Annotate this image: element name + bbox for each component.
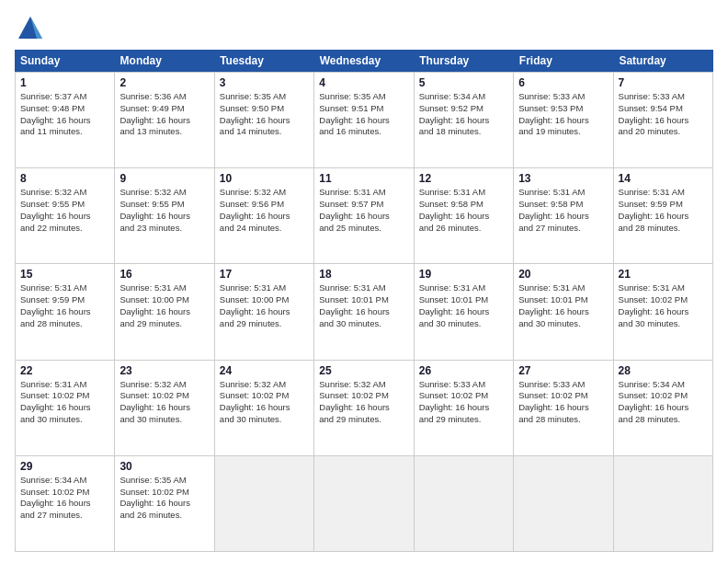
weekday-header: Thursday — [414, 50, 514, 72]
day-info: Sunrise: 5:32 AM Sunset: 10:02 PM Daylig… — [119, 379, 209, 426]
calendar-row: 22Sunrise: 5:31 AM Sunset: 10:02 PM Dayl… — [15, 360, 713, 455]
calendar-body: 1Sunrise: 5:37 AM Sunset: 9:48 PM Daylig… — [15, 72, 713, 552]
calendar-row: 8Sunrise: 5:32 AM Sunset: 9:55 PM Daylig… — [15, 167, 713, 263]
calendar-cell: 21Sunrise: 5:31 AM Sunset: 10:02 PM Dayl… — [614, 264, 713, 359]
calendar-cell — [614, 456, 713, 551]
calendar-cell: 28Sunrise: 5:34 AM Sunset: 10:02 PM Dayl… — [614, 361, 713, 455]
day-info: Sunrise: 5:36 AM Sunset: 9:49 PM Dayligh… — [119, 91, 209, 138]
day-info: Sunrise: 5:31 AM Sunset: 10:00 PM Daylig… — [220, 282, 309, 329]
logo-icon — [15, 11, 46, 42]
day-number: 1 — [20, 76, 109, 89]
day-number: 13 — [518, 172, 608, 185]
day-number: 15 — [20, 268, 109, 281]
calendar-header: SundayMondayTuesdayWednesdayThursdayFrid… — [15, 50, 713, 72]
day-number: 23 — [119, 364, 209, 377]
weekday-header: Wednesday — [314, 50, 415, 72]
day-number: 14 — [619, 172, 708, 185]
calendar-cell: 27Sunrise: 5:33 AM Sunset: 10:02 PM Dayl… — [514, 361, 613, 455]
day-number: 16 — [119, 268, 209, 281]
day-info: Sunrise: 5:32 AM Sunset: 9:55 PM Dayligh… — [20, 187, 109, 234]
weekday-header: Friday — [514, 50, 614, 72]
header — [15, 11, 713, 42]
day-info: Sunrise: 5:31 AM Sunset: 10:01 PM Daylig… — [319, 282, 408, 329]
day-number: 25 — [319, 364, 408, 377]
calendar-cell: 25Sunrise: 5:32 AM Sunset: 10:02 PM Dayl… — [314, 361, 414, 455]
calendar-cell: 7Sunrise: 5:33 AM Sunset: 9:54 PM Daylig… — [614, 73, 713, 167]
day-number: 8 — [20, 172, 109, 185]
day-number: 28 — [619, 364, 708, 377]
calendar-cell: 1Sunrise: 5:37 AM Sunset: 9:48 PM Daylig… — [16, 73, 115, 167]
page: SundayMondayTuesdayWednesdayThursdayFrid… — [0, 0, 728, 563]
day-number: 5 — [419, 76, 508, 89]
day-number: 20 — [518, 268, 608, 281]
calendar-cell: 6Sunrise: 5:33 AM Sunset: 9:53 PM Daylig… — [514, 73, 613, 167]
calendar-cell: 23Sunrise: 5:32 AM Sunset: 10:02 PM Dayl… — [115, 361, 214, 455]
calendar-cell: 29Sunrise: 5:34 AM Sunset: 10:02 PM Dayl… — [16, 456, 115, 551]
day-info: Sunrise: 5:34 AM Sunset: 10:02 PM Daylig… — [619, 379, 708, 426]
calendar-cell: 16Sunrise: 5:31 AM Sunset: 10:00 PM Dayl… — [115, 264, 214, 359]
day-info: Sunrise: 5:31 AM Sunset: 9:59 PM Dayligh… — [20, 282, 109, 329]
day-number: 22 — [20, 364, 109, 377]
day-info: Sunrise: 5:31 AM Sunset: 9:58 PM Dayligh… — [518, 187, 608, 234]
calendar-cell: 5Sunrise: 5:34 AM Sunset: 9:52 PM Daylig… — [415, 73, 514, 167]
day-info: Sunrise: 5:31 AM Sunset: 10:02 PM Daylig… — [619, 282, 708, 329]
calendar-cell: 22Sunrise: 5:31 AM Sunset: 10:02 PM Dayl… — [16, 361, 115, 455]
day-info: Sunrise: 5:33 AM Sunset: 10:02 PM Daylig… — [518, 379, 608, 426]
day-number: 21 — [619, 268, 708, 281]
calendar-cell: 9Sunrise: 5:32 AM Sunset: 9:55 PM Daylig… — [115, 168, 214, 263]
calendar-cell — [314, 456, 414, 551]
calendar-cell: 19Sunrise: 5:31 AM Sunset: 10:01 PM Dayl… — [415, 264, 514, 359]
day-info: Sunrise: 5:32 AM Sunset: 9:55 PM Dayligh… — [119, 187, 209, 234]
day-info: Sunrise: 5:35 AM Sunset: 10:02 PM Daylig… — [119, 475, 209, 522]
calendar-cell: 15Sunrise: 5:31 AM Sunset: 9:59 PM Dayli… — [16, 264, 115, 359]
calendar-cell: 11Sunrise: 5:31 AM Sunset: 9:57 PM Dayli… — [314, 168, 414, 263]
day-number: 2 — [119, 76, 209, 89]
day-info: Sunrise: 5:31 AM Sunset: 9:58 PM Dayligh… — [419, 187, 508, 234]
weekday-header: Tuesday — [214, 50, 314, 72]
day-info: Sunrise: 5:32 AM Sunset: 10:02 PM Daylig… — [220, 379, 309, 426]
day-info: Sunrise: 5:35 AM Sunset: 9:50 PM Dayligh… — [220, 91, 309, 138]
day-info: Sunrise: 5:34 AM Sunset: 9:52 PM Dayligh… — [419, 91, 508, 138]
day-number: 26 — [419, 364, 508, 377]
calendar-cell: 14Sunrise: 5:31 AM Sunset: 9:59 PM Dayli… — [614, 168, 713, 263]
day-number: 27 — [518, 364, 608, 377]
day-info: Sunrise: 5:33 AM Sunset: 10:02 PM Daylig… — [419, 379, 508, 426]
weekday-header: Sunday — [15, 50, 115, 72]
calendar: SundayMondayTuesdayWednesdayThursdayFrid… — [15, 50, 713, 552]
calendar-cell: 30Sunrise: 5:35 AM Sunset: 10:02 PM Dayl… — [115, 456, 214, 551]
day-info: Sunrise: 5:32 AM Sunset: 9:56 PM Dayligh… — [220, 187, 309, 234]
day-info: Sunrise: 5:32 AM Sunset: 10:02 PM Daylig… — [319, 379, 408, 426]
day-info: Sunrise: 5:31 AM Sunset: 10:01 PM Daylig… — [518, 282, 608, 329]
day-number: 7 — [619, 76, 708, 89]
day-number: 19 — [419, 268, 508, 281]
calendar-cell: 18Sunrise: 5:31 AM Sunset: 10:01 PM Dayl… — [314, 264, 414, 359]
day-number: 9 — [119, 172, 209, 185]
day-number: 4 — [319, 76, 408, 89]
day-number: 29 — [20, 460, 109, 473]
calendar-cell — [514, 456, 613, 551]
day-number: 3 — [220, 76, 309, 89]
day-number: 24 — [220, 364, 309, 377]
day-number: 30 — [119, 460, 209, 473]
day-number: 10 — [220, 172, 309, 185]
day-info: Sunrise: 5:34 AM Sunset: 10:02 PM Daylig… — [20, 475, 109, 522]
day-number: 17 — [220, 268, 309, 281]
day-number: 12 — [419, 172, 508, 185]
calendar-cell: 3Sunrise: 5:35 AM Sunset: 9:50 PM Daylig… — [215, 73, 314, 167]
weekday-header: Saturday — [613, 50, 713, 72]
day-info: Sunrise: 5:31 AM Sunset: 10:01 PM Daylig… — [419, 282, 508, 329]
logo — [15, 11, 46, 42]
calendar-cell: 26Sunrise: 5:33 AM Sunset: 10:02 PM Dayl… — [415, 361, 514, 455]
day-info: Sunrise: 5:31 AM Sunset: 10:02 PM Daylig… — [20, 379, 109, 426]
calendar-cell: 4Sunrise: 5:35 AM Sunset: 9:51 PM Daylig… — [314, 73, 414, 167]
calendar-cell: 17Sunrise: 5:31 AM Sunset: 10:00 PM Dayl… — [215, 264, 314, 359]
calendar-row: 15Sunrise: 5:31 AM Sunset: 9:59 PM Dayli… — [15, 263, 713, 359]
calendar-row: 29Sunrise: 5:34 AM Sunset: 10:02 PM Dayl… — [15, 455, 713, 552]
day-info: Sunrise: 5:35 AM Sunset: 9:51 PM Dayligh… — [319, 91, 408, 138]
calendar-cell: 10Sunrise: 5:32 AM Sunset: 9:56 PM Dayli… — [215, 168, 314, 263]
calendar-cell: 13Sunrise: 5:31 AM Sunset: 9:58 PM Dayli… — [514, 168, 613, 263]
calendar-cell: 24Sunrise: 5:32 AM Sunset: 10:02 PM Dayl… — [215, 361, 314, 455]
weekday-header: Monday — [115, 50, 215, 72]
day-info: Sunrise: 5:33 AM Sunset: 9:54 PM Dayligh… — [619, 91, 708, 138]
day-info: Sunrise: 5:31 AM Sunset: 9:57 PM Dayligh… — [319, 187, 408, 234]
